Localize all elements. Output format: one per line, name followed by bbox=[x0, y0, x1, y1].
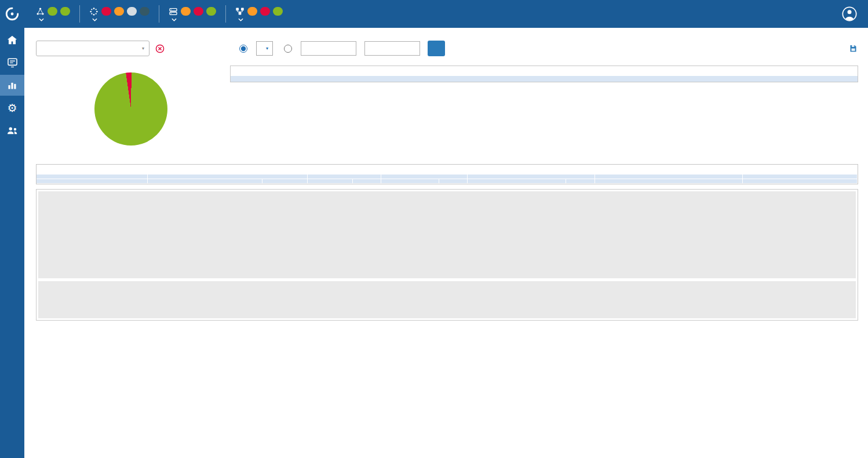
timeline-brush[interactable] bbox=[38, 281, 856, 318]
col-scheduled-downtime bbox=[595, 175, 742, 179]
breakdown-group-header-row bbox=[37, 175, 858, 179]
topbar bbox=[24, 0, 868, 28]
ba-critical-badge[interactable] bbox=[260, 7, 270, 16]
chevron-down-icon bbox=[238, 18, 243, 21]
from-date-input[interactable] bbox=[301, 41, 356, 56]
col-mean-time bbox=[654, 76, 779, 82]
col-crit-pct bbox=[381, 179, 439, 184]
chevron-down-icon: ▾ bbox=[266, 46, 268, 51]
filter-bar: ▾ ▾ bbox=[24, 38, 868, 62]
sidebar-item-reporting[interactable] bbox=[0, 75, 24, 96]
apply-period-button[interactable] bbox=[428, 41, 445, 56]
export-report-icon[interactable] bbox=[849, 44, 858, 53]
chevron-down-icon: ▾ bbox=[142, 46, 144, 51]
col-critical bbox=[381, 175, 468, 179]
timeline-card bbox=[36, 189, 858, 321]
people-icon bbox=[6, 126, 19, 136]
hosts-up-badge[interactable] bbox=[206, 7, 216, 16]
chevron-down-icon bbox=[92, 18, 97, 21]
chevron-down-icon bbox=[39, 18, 44, 21]
availability-chart bbox=[38, 191, 856, 278]
menu-bactivities[interactable] bbox=[235, 7, 283, 21]
chevron-down-icon bbox=[172, 18, 177, 21]
sidebar: ⚙ bbox=[0, 0, 24, 458]
poller-status-badge[interactable] bbox=[48, 7, 57, 16]
sidebar-item-monitoring[interactable] bbox=[0, 52, 24, 73]
col-blank bbox=[37, 179, 147, 184]
to-date-input[interactable] bbox=[364, 41, 420, 56]
host-state-table bbox=[231, 76, 858, 82]
host-group-select[interactable]: ▾ bbox=[36, 41, 149, 56]
user-icon bbox=[841, 6, 858, 22]
col-ok-pct bbox=[147, 179, 262, 184]
col-warn-alert bbox=[352, 179, 381, 184]
host-availability-section bbox=[24, 62, 868, 157]
host-state-card bbox=[230, 66, 858, 82]
col-total-time bbox=[522, 76, 654, 82]
menu-pollers[interactable] bbox=[36, 7, 70, 21]
col-service bbox=[37, 175, 147, 179]
poller-latency-badge[interactable] bbox=[60, 7, 70, 16]
sidebar-item-configuration[interactable]: ⚙ bbox=[0, 97, 24, 118]
hosts-down-badge[interactable] bbox=[194, 7, 203, 16]
service-breakdown-table bbox=[37, 175, 858, 184]
centreon-logo[interactable] bbox=[0, 0, 24, 28]
sidebar-item-home[interactable] bbox=[0, 30, 24, 50]
host-state-header-row bbox=[231, 76, 858, 82]
sidebar-item-administration[interactable] bbox=[0, 120, 24, 141]
poller-icon bbox=[36, 7, 45, 16]
service-breakdown-card bbox=[36, 164, 858, 184]
ba-ok-badge[interactable] bbox=[273, 7, 283, 16]
col-warning bbox=[307, 175, 381, 179]
col-unk-pct bbox=[468, 179, 566, 184]
breakdown-sub-header-row bbox=[37, 179, 858, 184]
breadcrumb bbox=[24, 28, 868, 38]
ba-warning-badge[interactable] bbox=[247, 7, 257, 16]
main-column: ▾ ▾ bbox=[24, 0, 868, 458]
services-total-badge[interactable] bbox=[140, 7, 149, 16]
hosts-unreachable-badge[interactable] bbox=[181, 7, 191, 16]
user-menu[interactable] bbox=[841, 6, 858, 22]
col-alerts bbox=[779, 76, 858, 82]
reporting-period-radio[interactable] bbox=[239, 45, 247, 53]
hosts-icon bbox=[169, 8, 178, 16]
app-root: ⚙ bbox=[0, 0, 868, 458]
pie-chart bbox=[94, 72, 167, 146]
period-controls: ▾ bbox=[232, 41, 445, 56]
monitoring-icon bbox=[7, 57, 18, 68]
col-undetermined bbox=[742, 175, 857, 179]
col-ok-alert bbox=[262, 179, 308, 184]
centreon-logo-icon bbox=[5, 6, 20, 21]
services-pending-badge[interactable] bbox=[127, 7, 137, 16]
period-select[interactable]: ▾ bbox=[256, 41, 273, 56]
business-activities-icon bbox=[235, 7, 245, 16]
col-sd-pct bbox=[595, 179, 742, 184]
col-ok bbox=[147, 175, 307, 179]
clear-selection-icon[interactable] bbox=[155, 44, 165, 53]
services-warning-badge[interactable] bbox=[114, 7, 124, 16]
services-critical-badge[interactable] bbox=[101, 7, 111, 16]
col-crit-alert bbox=[439, 179, 468, 184]
service-breakdown-title bbox=[37, 165, 858, 175]
topbar-divider bbox=[159, 5, 159, 23]
host-state-title bbox=[231, 66, 858, 76]
host-availability-pie bbox=[36, 66, 226, 157]
custom-period-radio[interactable] bbox=[284, 45, 292, 53]
services-icon bbox=[89, 7, 99, 16]
topbar-divider bbox=[79, 5, 80, 23]
col-warn-pct bbox=[307, 179, 352, 184]
col-unknown bbox=[468, 175, 595, 179]
col-state bbox=[231, 76, 340, 82]
gear-icon: ⚙ bbox=[7, 103, 17, 114]
menu-services[interactable] bbox=[89, 7, 149, 21]
menu-hosts[interactable] bbox=[169, 7, 216, 21]
col-unk-alert bbox=[566, 179, 595, 184]
home-icon bbox=[6, 35, 18, 45]
topbar-divider bbox=[225, 5, 226, 23]
col-ud-pct bbox=[742, 179, 857, 184]
col-duration bbox=[340, 76, 522, 82]
reporting-bars-icon bbox=[7, 81, 17, 90]
